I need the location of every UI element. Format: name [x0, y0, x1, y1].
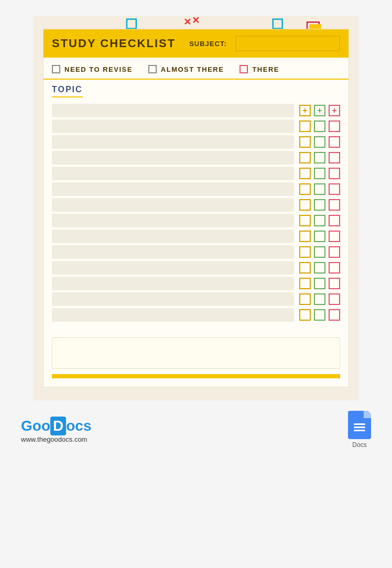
cb-yellow[interactable]: [299, 231, 311, 242]
legend-checkbox-almost-there[interactable]: [148, 65, 157, 73]
checkboxes-cell: [299, 121, 340, 132]
header-title: STUDY CHECKLIST: [52, 37, 176, 50]
cb-green[interactable]: [314, 199, 325, 211]
svg-text:✕: ✕: [192, 16, 200, 26]
table-row: [52, 277, 340, 290]
docs-icon-lines: [354, 423, 365, 431]
topic-header: TOPIC: [52, 85, 83, 97]
page-wrapper: ✕ ✕ ⬛ ✕ ✕ ✕ ✕ ✕: [0, 0, 392, 568]
topic-cell[interactable]: [52, 182, 294, 196]
cb-yellow[interactable]: [299, 152, 311, 163]
checkboxes-cell: [299, 199, 340, 211]
cb-green[interactable]: [314, 215, 325, 226]
legend-label-almost-there: ALMOST THERE: [161, 65, 224, 73]
cb-pink[interactable]: [329, 278, 340, 289]
table-row: [52, 167, 340, 180]
cb-pink[interactable]: [329, 199, 340, 211]
cb-pink[interactable]: [329, 183, 340, 195]
cb-yellow[interactable]: [299, 262, 311, 274]
topic-cell[interactable]: [52, 245, 294, 259]
cb-pink[interactable]: [329, 262, 340, 274]
checkboxes-cell: [299, 152, 340, 163]
cb-yellow[interactable]: [299, 199, 311, 211]
table-row: [52, 261, 340, 275]
topic-cell[interactable]: [52, 308, 294, 322]
svg-rect-0: [127, 19, 136, 29]
legend-checkbox-there[interactable]: [239, 65, 248, 73]
cb-pink[interactable]: [329, 293, 340, 305]
table-row: [52, 182, 340, 196]
table-row: [52, 292, 340, 306]
legend-item-need-revise: NEED TO REVISE: [52, 65, 133, 73]
cb-pink[interactable]: [329, 231, 340, 242]
cb-green[interactable]: [314, 293, 325, 305]
cb-yellow[interactable]: [299, 121, 311, 132]
cb-yellow[interactable]: [299, 278, 311, 289]
topic-cell[interactable]: [52, 277, 294, 290]
cb-green[interactable]: [314, 278, 325, 289]
legend-label-there: THERE: [252, 65, 279, 73]
brand-left: GooDocs www.thegoodocs.com: [21, 417, 91, 443]
topic-cell-1[interactable]: [52, 104, 294, 117]
cb-yellow[interactable]: [299, 136, 311, 148]
cb-green[interactable]: [314, 231, 325, 242]
checklist-row-header: + + +: [52, 104, 340, 117]
table-row: [52, 151, 340, 165]
docs-icon-img: [348, 411, 371, 439]
topic-cell[interactable]: [52, 151, 294, 165]
brand-name-goo: Goo: [21, 418, 50, 434]
legend-label-need-revise: NEED TO REVISE: [64, 65, 133, 73]
document-outer: ✕ ✕ ⬛ ✕ ✕ ✕ ✕ ✕: [34, 16, 358, 400]
cb-green[interactable]: [314, 121, 325, 132]
docs-line-3: [354, 430, 365, 431]
cb-pink[interactable]: [329, 168, 340, 179]
cb-yellow[interactable]: [299, 246, 311, 258]
cb-green[interactable]: [314, 168, 325, 179]
cb-pink[interactable]: [329, 152, 340, 163]
legend-item-there: THERE: [239, 65, 279, 73]
topic-cell[interactable]: [52, 135, 294, 149]
docs-line-2: [354, 427, 365, 428]
yellow-bar: [52, 374, 340, 378]
cb-pink[interactable]: [329, 121, 340, 132]
cb-green[interactable]: [314, 183, 325, 195]
topic-cell[interactable]: [52, 261, 294, 275]
cb-pink-1[interactable]: +: [329, 105, 340, 116]
cb-yellow[interactable]: [299, 293, 311, 305]
cb-yellow[interactable]: [299, 183, 311, 195]
topic-cell[interactable]: [52, 119, 294, 133]
subject-input[interactable]: [235, 36, 340, 51]
cb-pink[interactable]: [329, 246, 340, 258]
topic-cell[interactable]: [52, 167, 294, 180]
checkboxes-cell: [299, 136, 340, 148]
cb-green-1[interactable]: +: [314, 105, 325, 116]
docs-label: Docs: [352, 441, 366, 449]
cb-yellow[interactable]: [299, 168, 311, 179]
inner-content: STUDY CHECKLIST SUBJECT: NEED TO REVISE …: [43, 29, 349, 387]
checkboxes-cell: [299, 168, 340, 179]
brand-url: www.thegoodocs.com: [21, 435, 87, 443]
topic-cell[interactable]: [52, 214, 294, 227]
brand-name: GooDocs: [21, 417, 91, 435]
cb-pink[interactable]: [329, 136, 340, 148]
legend-checkbox-need-revise[interactable]: [52, 65, 60, 73]
cb-green[interactable]: [314, 152, 325, 163]
legend-row: NEED TO REVISE ALMOST THERE THERE: [43, 58, 349, 80]
checkboxes-cell: [299, 262, 340, 274]
svg-rect-2: [273, 19, 282, 29]
cb-yellow-1[interactable]: +: [299, 105, 311, 116]
cb-green[interactable]: [314, 262, 325, 274]
topic-cell[interactable]: [52, 230, 294, 243]
cb-yellow[interactable]: [299, 215, 311, 226]
cb-yellow[interactable]: [299, 309, 311, 321]
cb-green[interactable]: [314, 246, 325, 258]
cb-pink[interactable]: [329, 309, 340, 321]
topic-cell[interactable]: [52, 292, 294, 306]
cb-green[interactable]: [314, 309, 325, 321]
notes-area[interactable]: [52, 337, 340, 369]
topic-cell[interactable]: [52, 198, 294, 212]
cb-green[interactable]: [314, 136, 325, 148]
table-row: [52, 119, 340, 133]
cb-pink[interactable]: [329, 215, 340, 226]
main-content: STUDY CHECKLIST SUBJECT: NEED TO REVISE …: [43, 29, 349, 387]
